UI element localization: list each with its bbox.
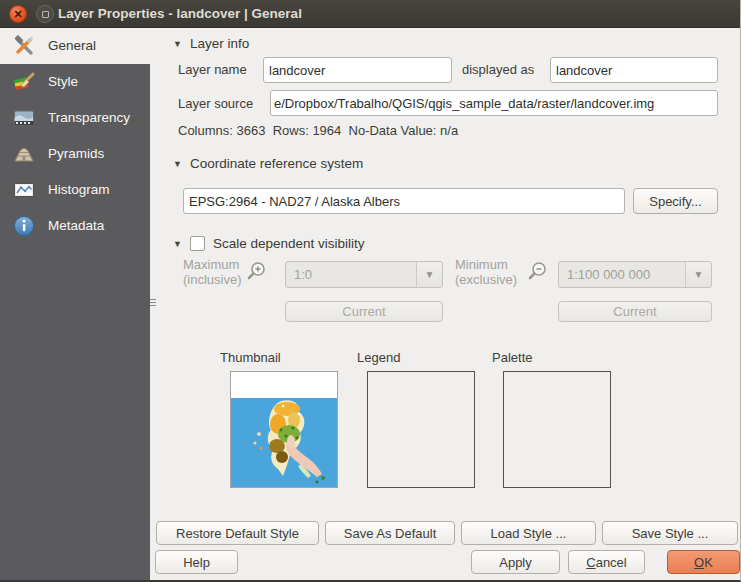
sidebar-item-label: General xyxy=(48,28,96,64)
ok-button[interactable]: OK xyxy=(667,550,740,574)
general-tab-panel: ▼ Layer info Layer name displayed as Lay… xyxy=(150,28,741,582)
sidebar-item-label: Pyramids xyxy=(48,136,104,172)
minimum-scale-value: 1:100 000 000 xyxy=(567,262,650,287)
layer-source-label: Layer source xyxy=(178,96,253,111)
ok-label-rest: K xyxy=(704,555,713,570)
maximize-icon xyxy=(42,11,49,18)
sidebar-item-label: Metadata xyxy=(48,208,104,244)
restore-default-style-button[interactable]: Restore Default Style xyxy=(156,521,319,545)
minimum-scale-label: Minimum (exclusive) xyxy=(455,257,517,287)
zoom-in-icon xyxy=(244,260,268,287)
cancel-accelerator: C xyxy=(586,555,595,570)
ok-accelerator: O xyxy=(694,555,704,570)
title-bar: ✕ Layer Properties - landcover | General xyxy=(0,0,741,28)
zoom-out-icon xyxy=(525,260,549,287)
layer-name-label: Layer name xyxy=(178,62,247,77)
load-style-button[interactable]: Load Style ... xyxy=(461,521,596,545)
sidebar-item-pyramids[interactable]: Pyramids xyxy=(0,136,150,172)
thumbnail-image xyxy=(230,371,338,488)
close-icon: ✕ xyxy=(13,8,22,20)
paintbrush-icon xyxy=(12,70,36,94)
layer-name-input[interactable] xyxy=(263,57,452,83)
sidebar-item-transparency[interactable]: Transparency xyxy=(0,100,150,136)
info-icon xyxy=(12,214,36,238)
sidebar: General Style xyxy=(0,28,150,582)
palette-preview-box xyxy=(503,371,611,488)
crs-section-header[interactable]: ▼ Coordinate reference system xyxy=(173,156,363,171)
displayed-as-input[interactable] xyxy=(550,57,718,83)
section-title: Scale dependent visibility xyxy=(213,236,365,251)
histogram-icon xyxy=(12,178,36,202)
sidebar-item-style[interactable]: Style xyxy=(0,64,150,100)
apply-button[interactable]: Apply xyxy=(471,550,560,574)
displayed-as-label: displayed as xyxy=(462,62,534,77)
scale-visibility-checkbox[interactable] xyxy=(190,236,205,251)
maximum-current-button: Current xyxy=(285,301,443,322)
thumbnail-label: Thumbnail xyxy=(220,350,281,365)
sidebar-item-histogram[interactable]: Histogram xyxy=(0,172,150,208)
chevron-down-icon: ▼ xyxy=(685,262,711,287)
sidebar-item-label: Transparency xyxy=(48,100,130,136)
maximum-scale-label: Maximum (inclusive) xyxy=(183,257,242,287)
cancel-label-rest: ancel xyxy=(596,555,627,570)
save-style-button[interactable]: Save Style ... xyxy=(602,521,738,545)
minimum-scale-combobox: 1:100 000 000 ▼ xyxy=(558,261,712,288)
cancel-button[interactable]: Cancel xyxy=(568,550,645,574)
sidebar-item-general[interactable]: General xyxy=(0,28,150,64)
minimum-current-button: Current xyxy=(558,301,712,322)
collapse-triangle-icon: ▼ xyxy=(173,159,182,169)
collapse-triangle-icon: ▼ xyxy=(173,39,182,49)
chevron-down-icon: ▼ xyxy=(416,262,442,287)
raster-stats-text: Columns: 3663 Rows: 1964 No-Data Value: … xyxy=(178,123,458,138)
scale-visibility-section-header[interactable]: ▼ Scale dependent visibility xyxy=(173,236,365,251)
layer-info-section-header[interactable]: ▼ Layer info xyxy=(173,36,249,51)
sidebar-item-label: Histogram xyxy=(48,172,110,208)
transparency-icon xyxy=(12,106,36,130)
layer-source-input[interactable] xyxy=(270,90,718,116)
save-as-default-button[interactable]: Save As Default xyxy=(325,521,455,545)
collapse-triangle-icon: ▼ xyxy=(173,239,182,249)
maximum-scale-combobox: 1:0 ▼ xyxy=(285,261,443,288)
help-button[interactable]: Help xyxy=(155,550,238,574)
specify-crs-button[interactable]: Specify... xyxy=(633,188,718,214)
sidebar-item-label: Style xyxy=(48,64,78,100)
tools-icon xyxy=(12,34,36,58)
crs-input[interactable] xyxy=(183,188,625,214)
legend-preview-box xyxy=(367,371,475,488)
maximize-button[interactable] xyxy=(36,5,54,23)
section-title: Layer info xyxy=(190,36,249,51)
palette-label: Palette xyxy=(492,350,532,365)
close-button[interactable]: ✕ xyxy=(9,5,27,23)
legend-label: Legend xyxy=(357,350,400,365)
pyramids-icon xyxy=(12,142,36,166)
layer-properties-dialog: ✕ Layer Properties - landcover | General… xyxy=(0,0,741,582)
maximum-scale-value: 1:0 xyxy=(294,262,312,287)
sidebar-item-metadata[interactable]: Metadata xyxy=(0,208,150,244)
window-title: Layer Properties - landcover | General xyxy=(58,0,302,27)
section-title: Coordinate reference system xyxy=(190,156,363,171)
